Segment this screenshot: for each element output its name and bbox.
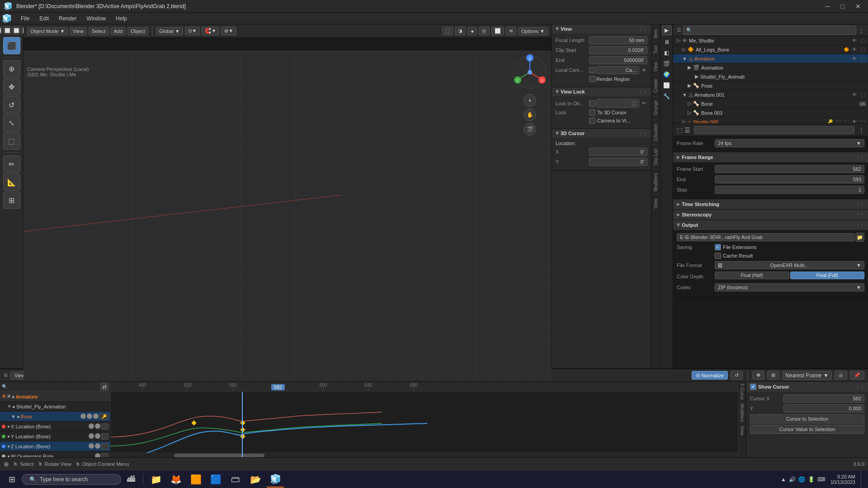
proportional-edit[interactable]: ⊚▼ [221, 27, 236, 35]
start-button[interactable]: ⊞ [4, 471, 20, 488]
viewport-shading-5[interactable]: ⬜ [491, 27, 504, 35]
snap-mode-btn[interactable]: ✥ [752, 371, 764, 380]
sidebar-tab-view2[interactable]: View [652, 195, 659, 212]
viewport-icon-1[interactable]: ⬜ [0, 26, 2, 34]
show-desktop-btn[interactable] [861, 471, 864, 488]
object-menu[interactable]: Object [127, 27, 148, 35]
time-stretching-header[interactable]: ▶ Time Stretching ⋮⋮ [673, 199, 868, 209]
normalize-reset-btn[interactable]: ↺ [731, 371, 743, 380]
outliner-item-pose[interactable]: ▶ 🦴 Pose [673, 81, 868, 90]
timeline-scrollbar[interactable] [111, 453, 738, 457]
cursor-to-selection-btn[interactable]: Cursor to Selection [750, 414, 864, 423]
track-x-location[interactable]: ● X Location (Bone) [0, 422, 110, 432]
prop-tab-scene[interactable]: 🎬 [662, 59, 672, 69]
to-3d-cursor-checkbox[interactable] [589, 109, 595, 116]
zoom-in-btn[interactable]: + [524, 94, 536, 107]
pivot-point[interactable]: ⊙▼ [185, 27, 200, 35]
timeline-editor-icon[interactable]: ⊞ [4, 372, 8, 378]
stereoscopy-header[interactable]: ▶ Stereoscopy ⋮⋮ [673, 210, 868, 220]
color-depth-float-half[interactable]: Float (Half) [715, 272, 789, 279]
normalize-btn[interactable]: ◎ Normalize [692, 371, 728, 380]
tool-measure[interactable]: 📐 [3, 174, 20, 191]
properties-icon[interactable]: ⬚ [677, 127, 683, 134]
taskbar-orange-app[interactable]: 🟧 [187, 471, 205, 488]
sidebar-tab-create[interactable]: Create [652, 75, 659, 96]
taskbar-clock[interactable]: 9:20 AM 10/13/2023 [830, 474, 859, 485]
outliner-item-bone-003[interactable]: ▷ 🦴 Bone.003 [673, 108, 868, 117]
menu-window[interactable]: Window [82, 14, 110, 23]
view-menu[interactable]: View [70, 27, 87, 35]
lock-to-ob-edit[interactable]: ✏ [640, 100, 647, 107]
show-cursor-checkbox[interactable]: ✓ [750, 384, 756, 390]
track-filter-btn[interactable]: ⇄ [100, 383, 108, 391]
sidebar-tab-grunge[interactable]: Grunge [652, 96, 659, 119]
tool-cursor[interactable]: ⊕ [3, 60, 20, 77]
show-cursor-header[interactable]: ✓ Show Cursor ⋮⋮ [746, 382, 868, 392]
prop-tab-object[interactable]: ⬜ [662, 80, 672, 90]
sidebar-tab-skylab[interactable]: Sky-Lab [652, 145, 659, 169]
tool-rotate[interactable]: ↺ [3, 96, 20, 113]
frame-rate-dropdown[interactable]: 24 fps ▼ [715, 139, 864, 147]
options-btn[interactable]: Options ▼ [518, 27, 548, 35]
sidebar-tab-item[interactable]: Item [652, 25, 659, 42]
sidebar-tab-gscatter[interactable]: GScatter [652, 119, 659, 145]
sidebar-tab-modifiers[interactable]: Modifiers [652, 169, 659, 195]
prop-tab-modifier[interactable]: 🔧 [662, 91, 672, 101]
file-extensions-checkbox[interactable]: ✓ [715, 244, 721, 250]
file-format-dropdown[interactable]: 🖼 OpenEXR Multi... ▼ [715, 261, 864, 269]
menu-edit[interactable]: Edit [35, 14, 53, 23]
local-cam-checkbox[interactable] [589, 67, 595, 73]
mode-selector[interactable]: Object Mode ▼ [27, 27, 68, 35]
view-label-strip[interactable]: View [739, 424, 745, 437]
transform-space[interactable]: Global▼ [156, 27, 183, 35]
modifiers-label[interactable]: Modifiers [739, 402, 745, 424]
keyframe-1[interactable] [191, 420, 196, 425]
keyframe-2[interactable] [240, 420, 245, 425]
close-button[interactable]: ✕ [852, 2, 864, 11]
lock-to-ob-value[interactable]: ⬚ [596, 99, 639, 108]
track-z-location[interactable]: ● Z Location (Bone) [0, 441, 110, 451]
tool-select[interactable]: ⬛ [3, 37, 20, 54]
viewport-shading-4[interactable]: ◎ [479, 27, 490, 35]
maximize-button[interactable]: □ [837, 2, 848, 11]
taskbar-file-explorer[interactable]: 📁 [147, 471, 165, 488]
sidebar-tab-view[interactable]: View [652, 58, 659, 75]
pan-btn[interactable]: ✋ [524, 108, 536, 121]
track-armature[interactable]: ✕ ✕ ● Armature [0, 392, 110, 402]
cache-result-checkbox[interactable] [715, 253, 721, 259]
taskbar-firefox[interactable]: 🦊 [167, 471, 185, 488]
outliner-item-shuttle-000[interactable]: ▷ △ Shuttle.000 🔑 ⬚ ⬚ 👁 ⬚ [673, 117, 868, 124]
add-menu[interactable]: Add [111, 27, 126, 35]
3d-viewport[interactable]: Camera Perspective (Local) (582) Me, Shu… [24, 51, 552, 381]
output-header[interactable]: ▶ Output ⋮⋮ [673, 220, 868, 230]
keyframe-4[interactable] [240, 434, 245, 439]
keyframe-area[interactable] [111, 392, 738, 457]
prop-tab-render[interactable]: ▶ [662, 25, 672, 35]
menu-render[interactable]: Render [54, 14, 81, 23]
tool-scale[interactable]: ⤡ [3, 114, 20, 131]
outliner-search[interactable]: 🔍 [683, 26, 856, 35]
local-cam-value[interactable]: Ca... [596, 66, 639, 74]
x-loc-icon[interactable] [101, 423, 108, 430]
viewport-shading-6[interactable]: ≋ [506, 27, 516, 35]
tool-transform[interactable]: ⬚ [3, 132, 20, 150]
menu-file[interactable]: File [16, 14, 34, 23]
properties-icon2[interactable]: ☰ [684, 127, 690, 134]
track-w-quaternion[interactable]: ● W Quaternion Rota [0, 451, 110, 457]
taskbar-folder[interactable]: 🗃 [226, 471, 245, 488]
view-section-header[interactable]: ▶ View ⋮⋮ [552, 24, 651, 33]
prop-tab-output[interactable]: 🖥 [662, 37, 672, 47]
axis-gizmo[interactable]: Z X Y [512, 54, 548, 90]
viewport-icon-3[interactable]: ⬜ [12, 26, 20, 34]
outliner-item-armature-001[interactable]: ▼ △ Armature.001 👁 ⬚ [673, 90, 868, 99]
tool-add[interactable]: ⊞ [3, 192, 20, 209]
outliner-filter-btn[interactable]: ⋮ [858, 27, 864, 34]
properties-search[interactable] [694, 126, 854, 134]
task-view-btn[interactable]: 🏙 [123, 471, 139, 488]
tool-move[interactable]: ✥ [3, 78, 20, 95]
viewport-shading-2[interactable]: ◑ [455, 27, 466, 35]
bone-icon-btn[interactable]: 🔑 [99, 413, 108, 420]
prop-tab-view-layer[interactable]: ◧ [662, 48, 672, 58]
view-lock-header[interactable]: ▶ View Lock ⋮⋮ [552, 87, 651, 96]
camera-to-vi-checkbox[interactable] [589, 117, 595, 124]
